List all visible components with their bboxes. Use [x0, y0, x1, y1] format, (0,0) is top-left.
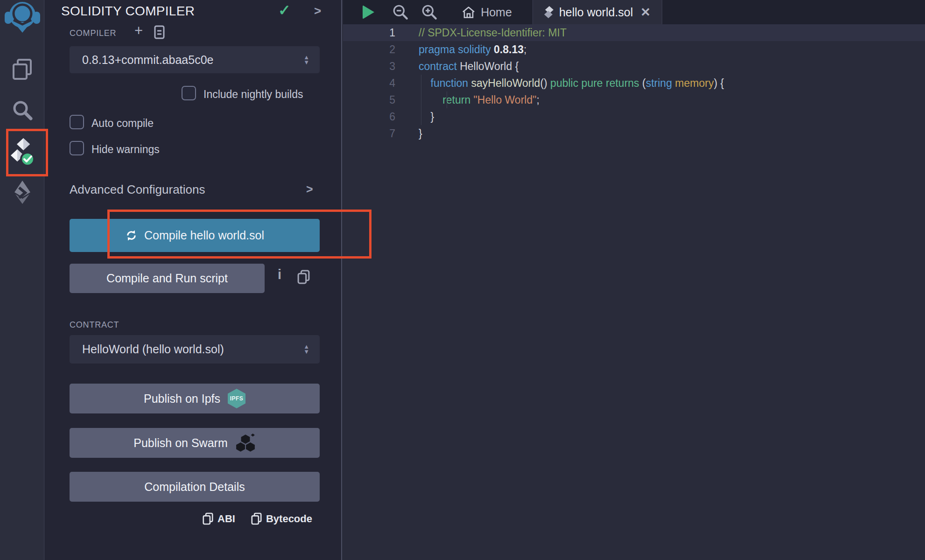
zoom-out-icon[interactable]	[392, 4, 409, 21]
line-content: // SPDX-License-Identifier: MIT	[419, 24, 567, 41]
refresh-icon	[125, 229, 138, 242]
editor-area: Home hello world.sol ✕ 1// SPDX-License-…	[343, 0, 925, 560]
info-icon[interactable]: i	[278, 267, 281, 282]
line-number: 2	[343, 41, 395, 58]
solidity-compiler-icon[interactable]	[0, 138, 44, 167]
compiler-section-label: COMPILER	[70, 28, 116, 38]
advanced-chevron-icon[interactable]: >	[306, 182, 313, 196]
tab-file-label: hello world.sol	[559, 6, 633, 19]
auto-compile-label: Auto compile	[91, 117, 154, 130]
line-number: 7	[343, 125, 395, 142]
publish-swarm-label: Publish on Swarm	[133, 436, 227, 450]
compile-and-run-label: Compile and Run script	[106, 272, 228, 285]
zoom-in-icon[interactable]	[421, 4, 438, 21]
file-explorer-icon[interactable]	[0, 58, 44, 81]
ipfs-icon: IPFS	[228, 389, 245, 408]
contract-value: HelloWorld (hello world.sol)	[70, 343, 303, 356]
home-icon	[462, 6, 475, 19]
contract-select[interactable]: HelloWorld (hello world.sol) ▲▼	[70, 335, 320, 364]
add-compiler-icon[interactable]: +	[134, 22, 143, 39]
compilation-details-label: Compilation Details	[144, 480, 245, 494]
check-icon: ✓	[278, 1, 291, 19]
copy-bytecode-button[interactable]: Bytecode	[251, 512, 312, 525]
icon-sidebar	[0, 0, 44, 560]
remix-ide: SOLIDITY COMPILER ✓ > COMPILER + 0.8.13+…	[0, 0, 925, 560]
hide-warnings-checkbox[interactable]	[70, 141, 84, 155]
line-content: return "Hello World";	[419, 91, 540, 108]
select-arrows-icon: ▲▼	[303, 344, 320, 354]
code-line[interactable]: 7}	[343, 125, 925, 142]
solidity-file-icon	[544, 6, 554, 19]
line-content: }	[419, 125, 422, 142]
copy-icon	[203, 512, 213, 525]
include-nightly-label: Include nightly builds	[203, 88, 303, 101]
code-editor[interactable]: 1// SPDX-License-Identifier: MIT2pragma …	[343, 24, 925, 560]
code-lines: 1// SPDX-License-Identifier: MIT2pragma …	[343, 24, 925, 142]
copy-script-icon[interactable]	[297, 270, 310, 286]
close-tab-icon[interactable]: ✕	[640, 5, 651, 20]
line-number: 6	[343, 108, 395, 125]
line-number: 4	[343, 75, 395, 91]
compile-button[interactable]: Compile hello world.sol	[70, 219, 320, 252]
hide-warnings-label: Hide warnings	[91, 143, 160, 156]
tab-home-label: Home	[481, 6, 512, 19]
abi-label: ABI	[217, 513, 235, 525]
publish-ipfs-label: Publish on Ipfs	[144, 392, 220, 406]
select-arrows-icon: ▲▼	[303, 55, 320, 65]
remix-logo-icon[interactable]	[0, 1, 44, 33]
code-line[interactable]: 6 }	[343, 108, 925, 125]
contract-section-label: CONTRACT	[70, 320, 119, 330]
panel-title: SOLIDITY COMPILER	[61, 4, 195, 19]
run-script-play-icon[interactable]	[363, 5, 374, 19]
compilation-details-button[interactable]: Compilation Details	[70, 472, 320, 502]
tab-hello-world-sol[interactable]: hello world.sol ✕	[533, 0, 662, 24]
chevron-right-icon[interactable]: >	[314, 4, 321, 18]
line-content: function sayHelloWorld() public pure ret…	[419, 75, 724, 91]
code-line[interactable]: 1// SPDX-License-Identifier: MIT	[343, 24, 925, 41]
copy-icon	[251, 512, 262, 525]
bytecode-label: Bytecode	[266, 513, 312, 525]
search-icon[interactable]	[0, 100, 44, 120]
compiler-version-select[interactable]: 0.8.13+commit.abaa5c0e ▲▼	[70, 46, 320, 73]
compile-button-label: Compile hello world.sol	[144, 229, 264, 242]
publish-swarm-button[interactable]: Publish on Swarm	[70, 428, 320, 458]
line-number: 1	[343, 24, 395, 41]
code-line[interactable]: 4 function sayHelloWorld() public pure r…	[343, 75, 925, 91]
include-nightly-checkbox[interactable]	[182, 86, 196, 100]
code-line[interactable]: 2pragma solidity 0.8.13;	[343, 41, 925, 58]
code-line[interactable]: 5 return "Hello World";	[343, 91, 925, 108]
auto-compile-checkbox[interactable]	[70, 115, 84, 129]
compiler-doc-icon[interactable]	[154, 25, 165, 41]
line-number: 3	[343, 58, 395, 75]
deploy-run-icon[interactable]	[0, 180, 44, 205]
line-content: contract HelloWorld {	[419, 58, 519, 75]
compile-and-run-button[interactable]: Compile and Run script	[70, 264, 265, 293]
code-line[interactable]: 3contract HelloWorld {	[343, 58, 925, 75]
compiler-version-value: 0.8.13+commit.abaa5c0e	[70, 53, 303, 67]
line-content: }	[419, 108, 434, 125]
solidity-compiler-panel: SOLIDITY COMPILER ✓ > COMPILER + 0.8.13+…	[45, 0, 342, 560]
publish-ipfs-button[interactable]: Publish on Ipfs IPFS	[70, 384, 320, 413]
swarm-icon	[235, 434, 256, 452]
tab-home[interactable]: Home	[441, 0, 533, 24]
line-number: 5	[343, 91, 395, 108]
line-content: pragma solidity 0.8.13;	[419, 41, 526, 58]
remix-logo	[4, 1, 41, 33]
copy-abi-button[interactable]: ABI	[203, 512, 235, 525]
advanced-configurations[interactable]: Advanced Configurations	[70, 182, 205, 197]
